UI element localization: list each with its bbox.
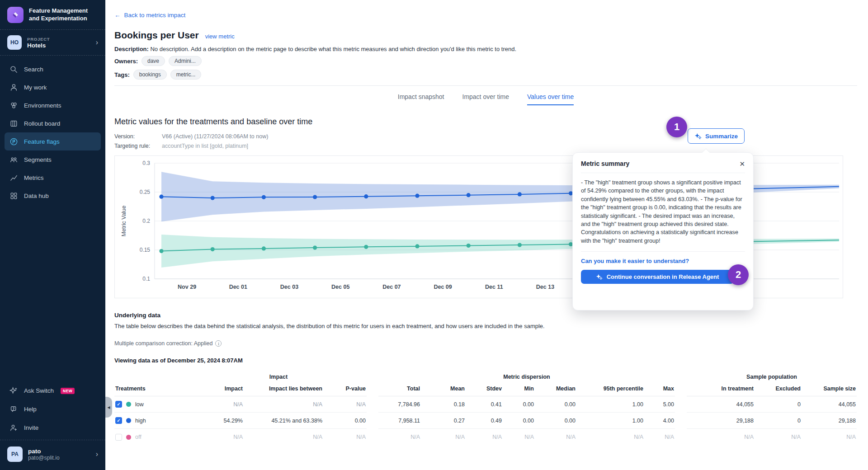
- table-cell-pvalue: N/A: [323, 429, 367, 445]
- x-tick-label: Dec 03: [280, 284, 298, 290]
- sidebar-item-rollout-board[interactable]: Rollout board: [5, 114, 101, 132]
- sidebar-collapse-handle[interactable]: ◂: [105, 397, 112, 418]
- table-cell-min: N/A: [503, 429, 535, 445]
- metric-summary-panel: Metric summary ✕ - The "high" treatment …: [572, 152, 754, 310]
- y-tick-label: 0.3: [142, 160, 150, 166]
- page-title: Bookings per User: [114, 30, 199, 41]
- treatment-cell-off: off: [114, 429, 190, 445]
- owners-label: Owners:: [114, 58, 138, 65]
- column-header-lies: Impact lies between: [244, 384, 323, 396]
- user-name: pato: [28, 448, 60, 455]
- invite-icon: [9, 423, 18, 432]
- x-tick-label: Dec 11: [485, 284, 503, 290]
- app-logo-row[interactable]: Feature Management and Experimentation: [0, 0, 105, 29]
- data-point-high[interactable]: [262, 195, 266, 199]
- sparkles-icon: [596, 273, 603, 280]
- table-cell-lies: N/A: [244, 429, 323, 445]
- sidebar-item-environments[interactable]: Environments: [5, 96, 101, 114]
- tag-chip[interactable]: bookings: [133, 70, 167, 80]
- column-header-median: Median: [535, 384, 576, 396]
- project-label: PROJECT: [27, 37, 50, 42]
- owners-row: Owners: daveAdmini...: [114, 56, 857, 66]
- table-cell-mean: 0.18: [421, 396, 466, 413]
- table-cell-pvalue: N/A: [323, 396, 367, 413]
- section-heading: Metric values for the treatments and bas…: [114, 117, 857, 127]
- data-point-high[interactable]: [211, 196, 215, 200]
- table-cell-impact: 54.29%: [190, 413, 244, 429]
- sidebar-footer: Ask SwitchNEW Help Invite: [0, 381, 105, 437]
- sidebar-item-feature-flags[interactable]: Feature flags: [5, 132, 101, 150]
- data-point-low[interactable]: [364, 245, 368, 249]
- data-point-high[interactable]: [159, 195, 163, 199]
- info-icon[interactable]: i: [215, 340, 222, 347]
- easier-to-understand-link[interactable]: Can you make it easier to understand?: [581, 258, 745, 264]
- sidebar-item-segments[interactable]: Segments: [5, 150, 101, 169]
- sidebar-item-search[interactable]: Search: [5, 60, 101, 78]
- project-switcher[interactable]: HO PROJECT Hotels ›: [0, 30, 105, 55]
- owner-chip[interactable]: Admini...: [169, 56, 202, 66]
- treatment-cell-low: ✓ low: [114, 396, 190, 413]
- treatment-color-dot: [126, 418, 131, 423]
- sidebar-item-ask-switch[interactable]: Ask SwitchNEW: [5, 381, 101, 400]
- header-divider: [114, 85, 857, 86]
- data-point-high[interactable]: [415, 194, 419, 198]
- close-icon[interactable]: ✕: [739, 160, 745, 167]
- table-cell-min: 0.00: [503, 413, 535, 429]
- table-cell-median: 0.00: [535, 413, 576, 429]
- summarize-button[interactable]: Summarize: [688, 128, 745, 144]
- treatment-color-dot: [126, 402, 131, 407]
- back-link[interactable]: ← Back to metrics impact: [114, 12, 185, 19]
- table-cell-stdev: 0.41: [466, 396, 503, 413]
- table-cell-excluded: 0: [755, 396, 802, 413]
- sidebar-item-invite[interactable]: Invite: [5, 418, 101, 437]
- tab-bar: Impact snapshotImpact over timeValues ov…: [114, 93, 857, 105]
- data-point-low[interactable]: [262, 246, 266, 250]
- tag-chip[interactable]: metric...: [170, 70, 202, 80]
- treatment-name: off: [135, 434, 142, 440]
- data-point-high[interactable]: [518, 192, 522, 196]
- sidebar-item-label: Segments: [24, 156, 52, 163]
- data-point-low[interactable]: [313, 246, 317, 250]
- sidebar-item-help[interactable]: Help: [5, 400, 101, 418]
- treatment-name: high: [135, 418, 146, 424]
- tab-impact-over-time[interactable]: Impact over time: [462, 93, 509, 105]
- data-point-low[interactable]: [415, 244, 419, 248]
- table-cell-max: N/A: [644, 429, 675, 445]
- view-metric-link[interactable]: view metric: [205, 33, 235, 40]
- data-point-high[interactable]: [364, 194, 368, 198]
- chevron-right-icon: ›: [96, 450, 98, 458]
- user-menu[interactable]: PA pato pato@split.io ›: [0, 440, 105, 470]
- data-point-low[interactable]: [211, 247, 215, 251]
- sidebar: Feature Management and Experimentation H…: [0, 0, 105, 470]
- tab-values-over-time[interactable]: Values over time: [527, 93, 574, 105]
- table-cell-p95: N/A: [576, 429, 644, 445]
- table-cell-max: 4.00: [644, 413, 675, 429]
- sidebar-nav: Search My work Environments Rollout boar…: [0, 56, 105, 205]
- owner-chip[interactable]: dave: [142, 56, 165, 66]
- data-point-high[interactable]: [467, 193, 471, 197]
- data-point-low[interactable]: [159, 249, 163, 253]
- treatment-checkbox-high[interactable]: ✓: [115, 417, 122, 424]
- treatment-checkbox-off[interactable]: [115, 434, 122, 441]
- app-title: Feature Management and Experimentation: [29, 7, 98, 23]
- table-cell-stdev: N/A: [466, 429, 503, 445]
- sidebar-item-my-work[interactable]: My work: [5, 78, 101, 96]
- description-label: Description:: [114, 46, 149, 52]
- table-cell-impact: N/A: [190, 396, 244, 413]
- tab-impact-snapshot[interactable]: Impact snapshot: [398, 93, 444, 105]
- search-icon: [9, 65, 18, 74]
- data-point-low[interactable]: [467, 244, 471, 248]
- x-tick-label: Dec 09: [434, 284, 452, 290]
- table-cell-total: 7,958.11: [378, 413, 421, 429]
- sidebar-item-label: Rollout board: [24, 120, 60, 127]
- new-badge: NEW: [61, 388, 75, 394]
- treatment-checkbox-low[interactable]: ✓: [115, 401, 122, 408]
- continue-conversation-label: Continue conversation in Release Agent: [607, 273, 719, 280]
- continue-conversation-button[interactable]: Continue conversation in Release Agent: [581, 270, 734, 284]
- data-point-low[interactable]: [518, 243, 522, 247]
- data-point-high[interactable]: [313, 195, 317, 199]
- sidebar-item-metrics[interactable]: Metrics: [5, 169, 101, 187]
- correction-text: Multiple comparison correction: Applied: [114, 340, 212, 347]
- tags-label: Tags:: [114, 71, 130, 78]
- sidebar-item-data-hub[interactable]: Data hub: [5, 187, 101, 205]
